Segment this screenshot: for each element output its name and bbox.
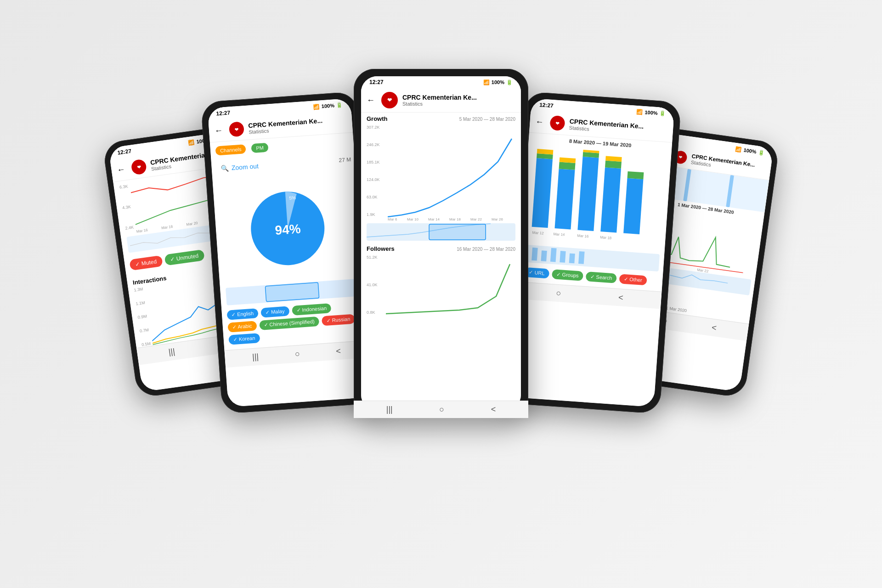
- nav-menu-3[interactable]: |||: [386, 405, 393, 411]
- svg-text:Mar 14: Mar 14: [428, 217, 440, 221]
- tag-chinese[interactable]: ✓ Chinese (Simplified): [259, 317, 320, 330]
- svg-text:Mar 6: Mar 6: [388, 217, 397, 221]
- signal-1: 📶: [188, 139, 195, 146]
- svg-text:Mar 18: Mar 18: [600, 235, 612, 240]
- battery-icon-5: 🔋: [758, 149, 765, 156]
- svg-rect-28: [627, 171, 644, 179]
- back-arrow-1[interactable]: ←: [116, 164, 126, 175]
- zoom-text: Zoom out: [231, 162, 259, 171]
- app-logo-2: ❤: [229, 121, 244, 137]
- time-4: 12:27: [539, 102, 554, 109]
- back-arrow-3[interactable]: ←: [367, 96, 375, 105]
- signal-3: 📶: [483, 79, 490, 85]
- svg-text:Mar 20: Mar 20: [186, 221, 198, 226]
- nav-home-3[interactable]: ○: [439, 405, 444, 411]
- tag-channels[interactable]: Channels: [215, 144, 246, 156]
- back-arrow-2[interactable]: ←: [214, 125, 223, 136]
- signal-5: 📶: [735, 146, 742, 153]
- svg-rect-27: [623, 178, 643, 234]
- battery-pct-2: 100%: [321, 102, 334, 109]
- signal-4: 📶: [636, 108, 643, 115]
- svg-rect-33: [531, 248, 538, 261]
- zoom-out-btn[interactable]: 🔍 Zoom out: [215, 158, 265, 176]
- svg-rect-14: [429, 224, 486, 240]
- phone-center-right: 12:27 📶 100% 🔋 ← ❤ CPRC Kementerian Ke..…: [504, 91, 682, 414]
- pie-chart: 94% 5%: [239, 179, 337, 277]
- growth-chart-area: 307.2K 246.2K 185.1K 124.0K 63.0K 1.9K M…: [361, 125, 521, 221]
- y-label-2: 4.3K: [122, 204, 131, 210]
- growth-title: Growth: [367, 115, 388, 122]
- app-logo-4: ❤: [549, 115, 565, 131]
- growth-chart-svg: Mar 6 Mar 10 Mar 14 Mar 18 Mar 22 Mar 26: [388, 125, 515, 221]
- battery-pct-5: 100%: [743, 147, 757, 154]
- svg-rect-15: [532, 158, 553, 228]
- phone-2-screen: 12:27 📶 100% 🔋 ← ❤ CPRC Kementerian Ke..…: [208, 98, 372, 407]
- tag-malay[interactable]: ✓ Malay: [260, 306, 289, 317]
- svg-text:Mar 10: Mar 10: [407, 217, 418, 221]
- back-arrow-4[interactable]: ←: [535, 117, 544, 127]
- svg-rect-34: [541, 250, 547, 261]
- time-1: 12:27: [117, 148, 132, 156]
- phone-3-screen: 12:27 📶 100% 🔋 ← ❤ CPRC Kementerian Ke..…: [361, 76, 521, 411]
- tag-indonesian[interactable]: ✓ Indonesian: [292, 303, 332, 316]
- battery-icon-2: 🔋: [336, 102, 343, 108]
- tag-other[interactable]: ✓ Other: [619, 274, 647, 285]
- app-title-3: CPRC Kementerian Ke...: [402, 94, 477, 101]
- tag-muted[interactable]: ✓ Muted: [129, 255, 163, 271]
- app-logo-1: ❤: [130, 159, 147, 175]
- nav-menu-1[interactable]: |||: [168, 347, 175, 357]
- nav-menu-2[interactable]: |||: [252, 352, 259, 362]
- app-logo-3: ❤: [381, 92, 398, 108]
- phone-4-screen: 12:27 📶 100% 🔋 ← ❤ CPRC Kementerian Ke..…: [511, 98, 675, 407]
- svg-text:5%: 5%: [289, 195, 296, 201]
- tag-pm[interactable]: PM: [251, 143, 269, 153]
- nav-back-5[interactable]: <: [711, 323, 717, 333]
- svg-rect-37: [569, 254, 575, 264]
- status-bar-3: 12:27 📶 100% 🔋: [361, 76, 521, 88]
- followers-chart-area: 51.2K 41.0K 0.8K: [361, 255, 521, 317]
- tag-korean[interactable]: ✓ Korean: [228, 333, 260, 345]
- svg-rect-18: [554, 169, 575, 229]
- tag-unmuted[interactable]: ✓ Unmuted: [164, 249, 205, 266]
- growth-nav: [367, 223, 515, 241]
- battery-pct-4: 100%: [645, 109, 658, 116]
- pie-chart-container: 94% 5%: [212, 169, 363, 288]
- svg-rect-38: [578, 251, 585, 264]
- y-label-3: 2.4K: [125, 225, 134, 230]
- battery-icon-4: 🔋: [659, 110, 666, 117]
- nav-home-4[interactable]: ○: [556, 288, 561, 299]
- svg-text:Mar 22: Mar 22: [470, 217, 482, 221]
- app-subtitle-3: Statistics: [402, 101, 477, 107]
- svg-text:Mar 18: Mar 18: [449, 217, 461, 221]
- followers-title: Followers: [367, 245, 395, 252]
- app-header-3: ← ❤ CPRC Kementerian Ke... Statistics: [361, 88, 521, 113]
- phone-center-left: 12:27 📶 100% 🔋 ← ❤ CPRC Kementerian Ke..…: [201, 91, 379, 414]
- bar-chart-svg: Mar 12 Mar 14 Mar 16 Mar 18: [526, 144, 667, 254]
- nav-back-4[interactable]: <: [618, 293, 623, 303]
- nav-home-2[interactable]: ○: [294, 349, 300, 359]
- growth-range: 5 Mar 2020 — 28 Mar 2020: [459, 117, 515, 122]
- followers-header: Followers 16 Mar 2020 — 28 Mar 2020: [361, 243, 521, 255]
- tag-groups[interactable]: ✓ Groups: [552, 269, 583, 281]
- tag-russian[interactable]: ✓ Russian: [322, 314, 355, 326]
- svg-rect-21: [577, 157, 599, 231]
- svg-text:Mar 16: Mar 16: [577, 234, 589, 239]
- phones-container: 12:27 📶 100% 🔋 ← ❤ CPRC Kementerian Ke..…: [119, 41, 763, 547]
- followers-range: 16 Mar 2020 — 28 Mar 2020: [457, 247, 515, 252]
- phone-center-main: 12:27 📶 100% 🔋 ← ❤ CPRC Kementerian Ke..…: [354, 69, 528, 418]
- y-label-1: 6.3K: [119, 184, 128, 189]
- tag-arabic[interactable]: ✓ Arabic: [227, 321, 257, 332]
- tag-english[interactable]: ✓ English: [226, 308, 258, 320]
- svg-text:Mar 18: Mar 18: [161, 225, 173, 230]
- bar-chart-4: Mar 12 Mar 14 Mar 16 Mar 18: [521, 144, 672, 254]
- svg-rect-35: [550, 248, 557, 262]
- nav-back-3[interactable]: <: [491, 405, 496, 411]
- svg-rect-25: [605, 160, 622, 168]
- nav-back-2[interactable]: <: [336, 346, 341, 356]
- svg-rect-24: [600, 167, 621, 232]
- battery-pct-3: 100%: [492, 79, 504, 85]
- svg-text:Mar 14: Mar 14: [553, 232, 565, 237]
- svg-text:94%: 94%: [274, 221, 301, 237]
- tag-search[interactable]: ✓ Search: [586, 271, 617, 283]
- signal-2: 📶: [313, 103, 320, 110]
